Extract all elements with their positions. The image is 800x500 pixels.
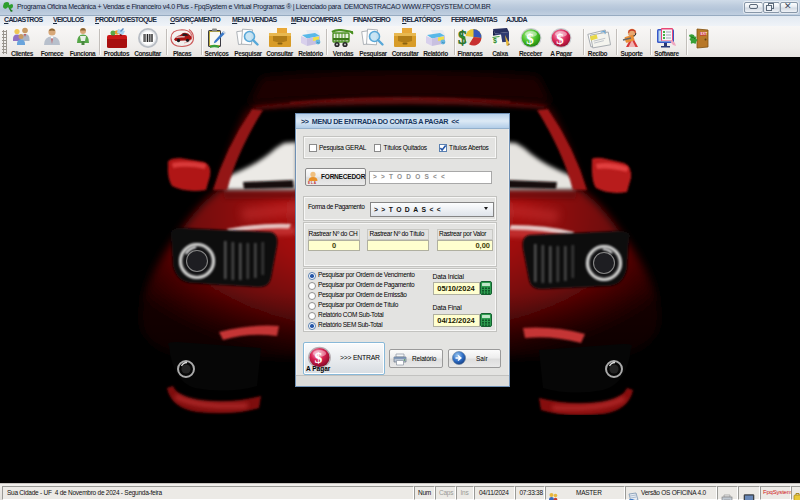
svg-text:$: $ <box>556 31 564 47</box>
svg-text:E L A: E L A <box>308 181 317 184</box>
svg-text:$: $ <box>315 349 323 366</box>
svg-text:$: $ <box>493 37 497 45</box>
svg-text:$: $ <box>526 31 534 47</box>
svg-text:EXIT: EXIT <box>700 32 707 36</box>
